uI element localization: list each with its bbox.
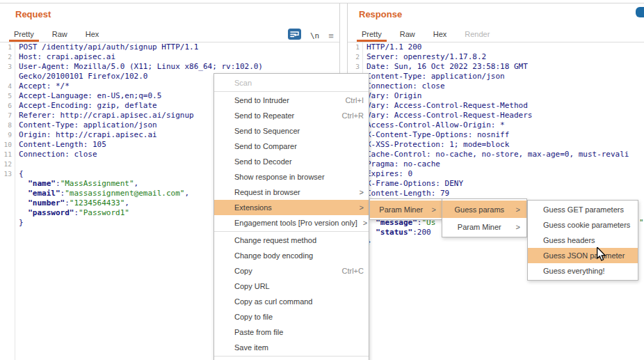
line-number <box>0 208 15 218</box>
menu-item-guess-cookie-parameters[interactable]: Guess cookie parameters <box>528 217 638 233</box>
menu-item-scan: Scan <box>214 75 369 91</box>
burp-repeater-window: { "colors": { "accent_orange": "#d8632a"… <box>0 0 644 360</box>
line-number <box>0 72 15 81</box>
menu-item-label: Send to Sequencer <box>234 127 300 135</box>
menu-item-guess-headers[interactable]: Guess headers <box>528 233 638 248</box>
tab-hex[interactable]: Hex <box>81 26 104 42</box>
menu-item-label: Param Miner <box>449 223 510 231</box>
menu-item-guess-get-parameters[interactable]: Guess GET parameters <box>528 202 638 217</box>
menu-item-label: Send to Comparer <box>234 142 297 150</box>
tab-raw[interactable]: Raw <box>47 26 72 42</box>
menu-item-change-request-method[interactable]: Change request method <box>214 233 369 248</box>
tab-pretty[interactable]: Pretty <box>357 26 387 42</box>
editor-line: 11X-XSS-Protection: 1; mode=block <box>348 140 644 150</box>
menu-item-label: Send to Decoder <box>234 157 292 166</box>
menu-item-label: Param Miner <box>376 205 426 214</box>
wrap-lines-icon[interactable] <box>288 29 301 42</box>
editor-line: 3Date: Sun, 16 Oct 2022 23:58:18 GMT <box>348 62 644 72</box>
menu-item-label: Extensions <box>234 203 272 212</box>
menu-item-label: Show response in browser <box>234 173 325 181</box>
editor-line: 3User-Agent: Mozilla/5.0 (X11; Linux x86… <box>0 62 339 72</box>
menu-item-shortcut: Ctrl+C <box>335 267 364 275</box>
menu-item-extensions[interactable]: Extensions> <box>214 200 369 215</box>
line-number: 1 <box>0 42 15 52</box>
menu-item-send-to-decoder[interactable]: Send to Decoder <box>214 154 369 169</box>
line-number <box>0 218 15 228</box>
line-number: 10 <box>0 140 15 150</box>
submenu-arrow-icon: > <box>354 203 364 212</box>
editor-line: 5Connection: close <box>348 81 644 91</box>
submenu-arrow-icon: > <box>426 205 436 214</box>
editor-line: 2Host: crapi.apisec.ai <box>0 52 339 62</box>
menu-item-send-to-intruder[interactable]: Send to IntruderCtrl+I <box>214 93 369 108</box>
menu-item-label: Copy to file <box>234 313 273 321</box>
editor-settings-icon[interactable]: ≡ <box>328 31 334 40</box>
menu-item-request-in-browser[interactable]: Request in browser> <box>214 185 369 200</box>
editor-line: 6Vary: Origin <box>348 91 644 101</box>
show-newlines-icon[interactable]: \n <box>310 31 319 40</box>
line-number: 1 <box>348 42 362 52</box>
response-truncated-string-quote: " <box>639 218 644 228</box>
editor-line: 12Cache-Control: no-cache, no-store, max… <box>348 150 644 159</box>
menu-item-label: Change request method <box>234 236 316 244</box>
menu-item-save-item[interactable]: Save item <box>214 340 369 355</box>
menu-item-guess-json-parameter[interactable]: Guess JSON parameter <box>528 248 638 263</box>
inspector-collapsed-button[interactable] <box>636 7 644 17</box>
menu-item-label: Guess GET parameters <box>543 205 624 214</box>
line-number: 2 <box>348 52 362 62</box>
request-editor-toolbar: \n ≡ <box>288 29 334 42</box>
menu-item-shortcut: Ctrl+I <box>338 96 364 104</box>
menu-item-copy[interactable]: CopyCtrl+C <box>214 263 369 279</box>
menu-item-label: Guess everything! <box>543 267 605 275</box>
mouse-cursor <box>596 247 606 265</box>
editor-line: 7Vary: Access-Control-Request-Method <box>348 101 644 111</box>
response-panel: Response PrettyRawHexRender 1HTTP/1.1 20… <box>347 3 644 360</box>
menu-item-copy-to-file[interactable]: Copy to file <box>214 309 369 324</box>
menu-item-param-miner[interactable]: Param Miner> <box>370 201 442 218</box>
menu-item-label: Guess JSON parameter <box>543 251 625 260</box>
guess-params-submenu: Guess GET parametersGuess cookie paramet… <box>527 200 638 281</box>
line-number: 4 <box>0 81 15 91</box>
line-number: 8 <box>0 120 15 130</box>
menu-item-label: Copy as curl command <box>234 297 313 306</box>
line-number: 11 <box>0 150 15 159</box>
tab-raw[interactable]: Raw <box>395 26 420 42</box>
menu-item-shortcut: Ctrl+R <box>335 111 364 120</box>
menu-item-send-to-repeater[interactable]: Send to RepeaterCtrl+R <box>214 108 369 123</box>
menu-item-paste-from-file[interactable]: Paste from file <box>214 324 369 340</box>
menu-item-send-to-comparer[interactable]: Send to Comparer <box>214 139 369 154</box>
submenu-arrow-icon: > <box>510 205 520 214</box>
editor-line: 9Access-Control-Allow-Origin: * <box>348 120 644 130</box>
line-number <box>0 179 15 189</box>
editor-line: 8Vary: Access-Control-Request-Headers <box>348 111 644 120</box>
line-number: 9 <box>0 130 15 140</box>
line-number: 3 <box>0 62 15 72</box>
menu-item-guess-everything[interactable]: Guess everything! <box>528 263 638 279</box>
extensions-submenu: Param Miner> <box>369 198 443 220</box>
menu-item-label: Save item <box>234 343 268 352</box>
menu-item-label: Paste from file <box>234 328 283 336</box>
menu-item-copy-as-curl-command[interactable]: Copy as curl command <box>214 294 369 309</box>
menu-item-change-body-encoding[interactable]: Change body encoding <box>214 248 369 263</box>
menu-item-guess-params[interactable]: Guess params> <box>442 201 526 218</box>
menu-item-save-entire-history[interactable]: Save entire history <box>214 357 369 360</box>
menu-item-engagement-tools[interactable]: Engagement tools [Pro version only]> <box>214 215 369 230</box>
tab-pretty[interactable]: Pretty <box>9 26 39 42</box>
menu-item-label: Guess cookie parameters <box>543 221 630 229</box>
tab-hex[interactable]: Hex <box>428 26 452 42</box>
response-tabs: PrettyRawHexRender <box>348 26 644 42</box>
menu-item-show-response-in-browser[interactable]: Show response in browser <box>214 169 369 185</box>
editor-line: 4Content-Type: application/json <box>348 72 644 81</box>
menu-separator <box>214 231 369 232</box>
menu-item-copy-url[interactable]: Copy URL <box>214 279 369 294</box>
submenu-arrow-icon: > <box>354 188 364 196</box>
context-menu: ScanSend to IntruderCtrl+ISend to Repeat… <box>214 73 369 360</box>
menu-item-param-miner-tools[interactable]: Param Miner> <box>442 218 526 235</box>
menu-item-label: Copy <box>234 267 252 275</box>
menu-item-send-to-sequencer[interactable]: Send to Sequencer <box>214 123 369 139</box>
menu-item-label: Guess headers <box>543 236 595 244</box>
submenu-arrow-icon: > <box>510 223 520 231</box>
menu-item-label: Send to Repeater <box>234 111 294 120</box>
line-number: 3 <box>348 62 362 72</box>
menu-item-label: Scan <box>234 79 252 87</box>
